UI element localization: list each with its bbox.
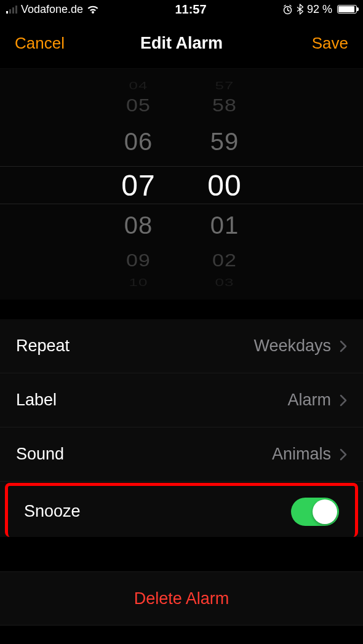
alarm-icon (282, 4, 293, 15)
snooze-row: Snooze (5, 483, 358, 537)
chevron-right-icon (340, 340, 347, 352)
label-row[interactable]: Label Alarm (0, 373, 363, 427)
wifi-icon (87, 5, 99, 14)
bluetooth-icon (297, 4, 303, 15)
picker-minute-option: 57 (182, 80, 268, 92)
snooze-label: Snooze (24, 502, 81, 521)
page-title: Edit Alarm (140, 34, 223, 53)
picker-hour-option: 10 (95, 277, 182, 288)
picker-hour-option: 06 (95, 128, 182, 156)
repeat-row[interactable]: Repeat Weekdays (0, 319, 363, 373)
delete-section: Delete Alarm (0, 571, 363, 626)
sound-row[interactable]: Sound Animals (0, 427, 363, 482)
status-bar: Vodafone.de 11:57 92 % (0, 0, 363, 18)
picker-hour-option: 04 (95, 80, 182, 92)
save-button[interactable]: Save (312, 34, 348, 53)
picker-hour-option: 05 (95, 95, 182, 116)
carrier-label: Vodafone.de (21, 3, 83, 16)
picker-hour-option: 08 (95, 212, 182, 239)
battery-icon (337, 5, 357, 14)
time-picker: 04 05 06 07 08 09 10 57 58 59 00 01 02 0… (0, 69, 363, 300)
status-right: 92 % (282, 3, 357, 16)
chevron-right-icon (340, 394, 347, 407)
label-label: Label (16, 391, 57, 410)
picker-minute-selected: 00 (182, 169, 268, 202)
repeat-label: Repeat (16, 336, 70, 356)
picker-minute-option: 01 (182, 212, 268, 239)
picker-hour-option: 09 (95, 250, 182, 271)
cancel-button[interactable]: Cancel (15, 34, 65, 53)
status-left: Vodafone.de (6, 3, 99, 16)
minute-picker[interactable]: 57 58 59 00 01 02 03 (182, 69, 268, 300)
picker-minute-option: 03 (182, 277, 268, 288)
cellular-signal-icon (6, 5, 17, 14)
settings-list: Repeat Weekdays Label Alarm Sound Animal… (0, 319, 363, 537)
sound-label: Sound (16, 445, 64, 464)
delete-alarm-button[interactable]: Delete Alarm (0, 571, 363, 626)
picker-minute-option: 58 (182, 95, 268, 116)
picker-hour-selected: 07 (95, 169, 182, 202)
battery-percent: 92 % (307, 3, 332, 16)
picker-minute-option: 02 (182, 250, 268, 271)
nav-header: Cancel Edit Alarm Save (0, 18, 363, 69)
chevron-right-icon (340, 448, 347, 461)
status-clock: 11:57 (175, 2, 206, 17)
repeat-value: Weekdays (253, 336, 331, 356)
picker-minute-option: 59 (182, 128, 268, 156)
sound-value: Animals (272, 445, 331, 464)
hour-picker[interactable]: 04 05 06 07 08 09 10 (95, 69, 182, 300)
label-value: Alarm (287, 391, 331, 410)
snooze-toggle[interactable] (291, 498, 339, 526)
